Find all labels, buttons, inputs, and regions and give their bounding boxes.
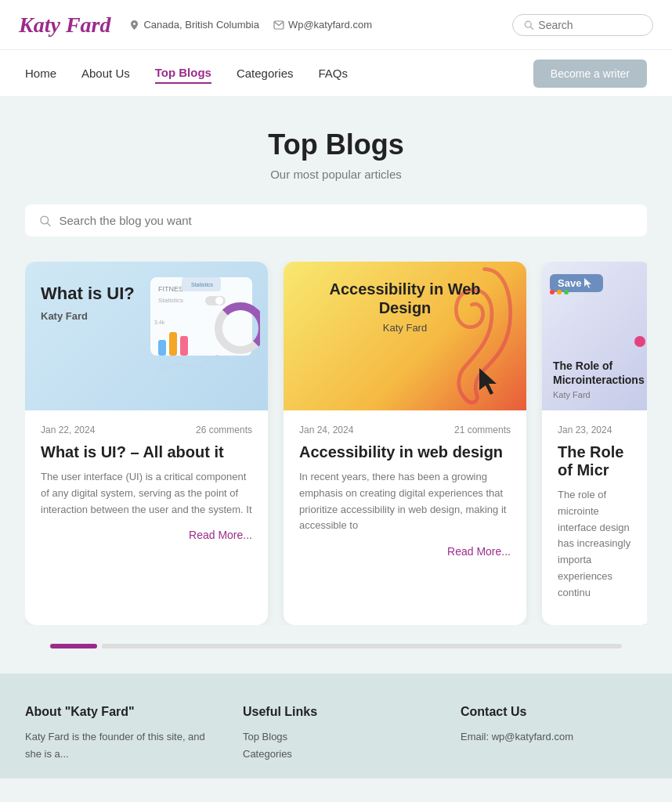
blog-search-bar[interactable] — [25, 204, 647, 237]
svg-marker-19 — [584, 278, 591, 288]
blog-search-input[interactable] — [59, 214, 633, 227]
footer-about-title: About "Katy Fard" — [25, 705, 211, 719]
nav-faqs[interactable]: FAQs — [318, 63, 348, 83]
blog-search-icon — [39, 215, 51, 227]
card-image-label-1: What is UI?Katy Fard — [41, 284, 135, 325]
footer-link-top-blogs[interactable]: Top Blogs — [243, 728, 429, 746]
card-date-3: Jan 23, 2024 — [558, 424, 612, 435]
become-writer-button[interactable]: Become a writer — [533, 60, 647, 88]
svg-line-2 — [530, 27, 533, 29]
footer-link-categories[interactable]: Categories — [243, 746, 429, 763]
card-title-3: The Role of Micr — [558, 443, 636, 479]
svg-rect-12 — [158, 340, 166, 356]
footer-contact-title: Contact Us — [461, 705, 647, 719]
blog-card-1: What is UI?Katy Fard FITNESS Statistics — [25, 262, 268, 625]
location-info: Canada, British Columbia — [129, 19, 258, 31]
pink-dot — [634, 336, 645, 347]
svg-text:Statistics: Statistics — [191, 282, 214, 287]
progress-active — [50, 644, 97, 648]
page-title: Top Blogs — [25, 128, 647, 161]
location-text: Canada, British Columbia — [143, 19, 258, 31]
cards-container: What is UI?Katy Fard FITNESS Statistics — [25, 262, 647, 625]
card-title-1: What is UI? – All about it — [41, 443, 252, 461]
cursor-small-icon — [584, 278, 595, 289]
nav-bar: Home About Us Top Blogs Categories FAQs … — [0, 50, 672, 97]
footer-contact-text: Email: wp@katyfard.com — [461, 728, 647, 746]
card-comments-1: 26 comments — [196, 424, 252, 435]
blog-card-3: Save The Role ofMicrointeractions Katy F… — [542, 262, 647, 625]
site-logo[interactable]: Katy Fard — [19, 13, 110, 38]
card-image-text-2: Accessibility in Web Design Katy Fard — [327, 280, 483, 334]
blog-card-2: Accessibility in Web Design Katy Fard Ja… — [284, 262, 526, 625]
card-image-1: What is UI?Katy Fard FITNESS Statistics — [25, 262, 268, 410]
header-search-box[interactable] — [512, 14, 653, 36]
card-image-label-3: The Role ofMicrointeractions — [553, 359, 645, 387]
email-info: Wp@katyfard.com — [273, 19, 372, 31]
card-image-author-3: Katy Fard — [553, 390, 591, 399]
card-date-1: Jan 22, 2024 — [41, 424, 95, 435]
nav-top-blogs[interactable]: Top Blogs — [155, 63, 211, 84]
nav-about[interactable]: About Us — [81, 63, 130, 83]
footer-col-contact: Contact Us Email: wp@katyfard.com — [461, 705, 647, 763]
card-body-2: Jan 24, 2024 21 comments Accessibility i… — [284, 410, 526, 570]
svg-rect-13 — [169, 332, 177, 356]
dots-mockup — [550, 290, 569, 294]
progress-inactive — [102, 644, 622, 648]
footer-about-text: Katy Fard is the founder of this site, a… — [25, 728, 211, 763]
card-meta-1: Jan 22, 2024 26 comments — [41, 424, 252, 435]
footer-links-title: Useful Links — [243, 705, 429, 719]
ui-mockup-svg: FITNESS Statistics 3.4k — [135, 269, 260, 403]
svg-marker-18 — [479, 368, 497, 395]
email-icon — [273, 20, 284, 30]
page-subtitle: Our most popular articles — [25, 168, 647, 181]
card-title-2: Accessibility in web design — [299, 443, 511, 461]
search-input[interactable] — [538, 19, 641, 31]
card-read-more-2[interactable]: Read More... — [299, 545, 511, 558]
card-image-2: Accessibility in Web Design Katy Fard — [284, 262, 526, 410]
svg-text:Statistics: Statistics — [158, 297, 183, 304]
svg-text:3.4k: 3.4k — [154, 320, 165, 325]
card-body-3: Jan 23, 2024 The Role of Micr The role o… — [542, 410, 647, 625]
card-meta-3: Jan 23, 2024 — [558, 424, 636, 435]
page-content: Top Blogs Our most popular articles What… — [0, 97, 672, 674]
cursor-svg — [479, 368, 503, 396]
svg-rect-14 — [180, 336, 188, 356]
card-body-1: Jan 22, 2024 26 comments What is UI? – A… — [25, 410, 268, 554]
card-excerpt-1: The user interface (UI) is a critical co… — [41, 469, 252, 518]
card-read-more-1[interactable]: Read More... — [41, 529, 252, 541]
nav-home[interactable]: Home — [25, 63, 56, 83]
location-icon — [129, 20, 139, 31]
search-icon — [524, 20, 533, 31]
card-meta-2: Jan 24, 2024 21 comments — [299, 424, 511, 435]
svg-line-4 — [48, 222, 50, 225]
card-excerpt-3: The role of microinte interface design h… — [558, 487, 636, 602]
card-image-3: Save The Role ofMicrointeractions Katy F… — [542, 262, 647, 410]
card-excerpt-2: In recent years, there has been a growin… — [299, 469, 511, 534]
card-date-2: Jan 24, 2024 — [299, 424, 353, 435]
top-meta: Canada, British Columbia Wp@katyfard.com — [129, 19, 493, 31]
svg-point-9 — [215, 297, 223, 305]
progress-bar-area — [25, 625, 647, 674]
email-text: Wp@katyfard.com — [288, 19, 372, 31]
footer-col-about: About "Katy Fard" Katy Fard is the found… — [25, 705, 211, 763]
top-bar: Katy Fard Canada, British Columbia Wp@ka… — [0, 0, 672, 50]
card-comments-2: 21 comments — [454, 424, 511, 435]
footer-col-links: Useful Links Top Blogs Categories — [243, 705, 429, 763]
nav-categories[interactable]: Categories — [237, 63, 294, 83]
footer: About "Katy Fard" Katy Fard is the found… — [0, 674, 672, 779]
